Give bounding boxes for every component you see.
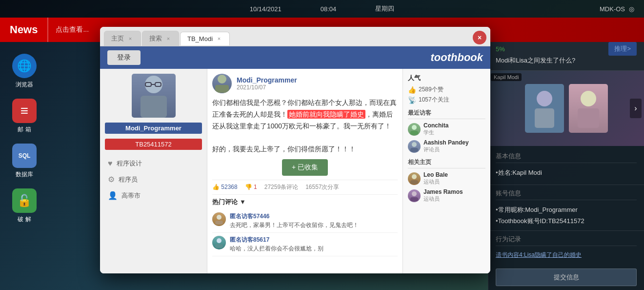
mail-icon-item[interactable]: ≡ 邮 箱 xyxy=(5,99,44,134)
related-section: 相关主页 Leo Bale 运动员 xyxy=(408,158,485,203)
hack-icon-item[interactable]: 🔓 破 解 xyxy=(5,188,44,224)
sidebar-menu-item-city[interactable]: 👤 高蒂市 xyxy=(105,189,202,202)
behavior-item[interactable]: 遗书内容4:Lisa隐瞒了自己的婚史 xyxy=(496,250,637,261)
stat-shares: 16557次分享 xyxy=(305,183,339,191)
topbar-os-icon: ◎ xyxy=(629,5,634,13)
tab-home-label: 主页 xyxy=(111,34,124,43)
svg-rect-5 xyxy=(141,96,167,118)
hack-icon: 🔓 xyxy=(12,188,37,213)
related-info-1: James Ramos 运动员 xyxy=(423,188,463,203)
topbar-date: 10/14/2021 xyxy=(250,5,282,13)
svg-point-13 xyxy=(217,238,221,243)
topbar-os: MDK-OS xyxy=(600,5,625,13)
user-avatar xyxy=(132,74,176,118)
related-name-0[interactable]: Leo Bale xyxy=(423,171,448,178)
browser-icon-item[interactable]: 🌐 浏览器 xyxy=(5,54,44,89)
account-title: 账号信息 xyxy=(496,189,637,200)
comment-item-0: 匿名访客57446 去死吧，家暴男！上帝可不会收留你，见鬼去吧！ xyxy=(212,209,398,233)
male-avatar xyxy=(525,84,564,133)
profile-nav-arrow[interactable]: › xyxy=(630,99,642,118)
sidebar-menu-item-design[interactable]: ♥ 程序设计 xyxy=(105,157,202,170)
browser-chrome: 主页 × 搜索 × TB_Modi × × xyxy=(100,27,490,46)
submit-button[interactable]: 提交信息 xyxy=(496,269,637,286)
hack-label: 破 解 xyxy=(18,215,31,224)
hot-comments-header: 热门评论 ▼ xyxy=(212,195,398,209)
topbar: 10/14/2021 08:04 星期四 MDK-OS ◎ xyxy=(0,0,644,18)
related-name-1[interactable]: James Ramos xyxy=(423,188,463,195)
sidebar-menu-label-programmer: 程序员 xyxy=(119,175,138,184)
svg-rect-16 xyxy=(410,131,418,135)
mail-icon: ≡ xyxy=(12,99,37,123)
svg-point-11 xyxy=(217,215,221,220)
svg-rect-10 xyxy=(215,85,229,93)
related-info-0: Leo Bale 运动员 xyxy=(423,171,448,186)
tab-tbmodi-close[interactable]: × xyxy=(216,35,222,42)
user-avatar-inner xyxy=(132,74,176,118)
browser-content: Modi_Programmer TB25411572 ♥ 程序设计 ⚙ 程序员 … xyxy=(100,69,490,273)
window-close-button[interactable]: × xyxy=(473,31,486,44)
tab-home-close[interactable]: × xyxy=(127,35,134,42)
svg-rect-12 xyxy=(215,221,223,225)
tab-tbmodi[interactable]: TB_Modi × xyxy=(180,32,230,45)
visitor-avatar-0 xyxy=(408,123,421,136)
post-username[interactable]: Modi_Programmer xyxy=(237,76,297,84)
svg-point-15 xyxy=(412,125,417,130)
comment-username-1[interactable]: 匿名访客85617 xyxy=(230,236,398,244)
svg-point-21 xyxy=(412,191,417,196)
visitor-name-1[interactable]: Aashish Pandey xyxy=(423,139,469,146)
pop-likes-count: 2589个赞 xyxy=(419,85,443,94)
related-0: Leo Bale 运动员 xyxy=(408,171,485,186)
gear-icon: ⚙ xyxy=(108,175,115,184)
comment-avatar-1 xyxy=(212,236,226,249)
post-content-ending: 好的，我要去见上帝了，你们得偿所愿了！！！ xyxy=(212,145,356,153)
related-avatar-0 xyxy=(408,172,421,185)
profile-name-badge: Kapil Modi xyxy=(491,73,522,81)
svg-point-19 xyxy=(412,174,417,179)
comment-text-1: 哈哈，没人拦着你会不会很尴尬，别 xyxy=(230,244,398,253)
visitor-info-0: Conchita 学生 xyxy=(423,122,448,136)
svg-rect-18 xyxy=(410,148,418,152)
rss-icon: 📡 xyxy=(408,96,416,104)
svg-rect-1 xyxy=(535,108,554,128)
post-avatar-inner xyxy=(212,74,232,93)
profile-avatar-bg xyxy=(488,71,644,146)
login-button[interactable]: 登录 xyxy=(107,50,141,65)
tab-search-close[interactable]: × xyxy=(165,35,172,42)
comment-body-0: 匿名访客57446 去死吧，家暴男！上帝可不会收留你，见鬼去吧！ xyxy=(230,212,398,229)
db-icon-item[interactable]: SQL 数据库 xyxy=(5,144,44,179)
tuili-button[interactable]: 推理> xyxy=(608,42,637,56)
visitor-name-0[interactable]: Conchita xyxy=(423,122,448,129)
popularity-title: 人气 xyxy=(408,74,485,83)
account-section: 账号信息 •常用昵称:Modi_Programmer •Toothbook账号I… xyxy=(488,185,644,231)
desktop: NGOUT 10/14/2021 08:04 星期四 MDK-OS ◎ News… xyxy=(0,0,644,290)
svg-point-17 xyxy=(412,142,417,147)
post-header: Modi_Programmer 2021/10/07 xyxy=(212,74,398,93)
dropdown-icon[interactable]: ▼ xyxy=(240,198,246,206)
profile-avatar-row: › Kapil Modi xyxy=(488,71,644,146)
post-content: 你们都相信我是个恶棍？你们都站在那个女人那边，而现在真正准备去死的人却是我！她婚… xyxy=(212,97,398,155)
topbar-day: 星期四 xyxy=(375,4,394,13)
visitor-role-0: 学生 xyxy=(423,129,448,136)
pop-likes: 👍 2589个赞 xyxy=(408,85,485,94)
toothbook-header: 登录 toothbook xyxy=(100,46,490,69)
tab-home[interactable]: 主页 × xyxy=(104,31,141,46)
post-highlight: 她婚前就向我隐瞒了婚史 xyxy=(287,110,365,119)
sidebar-menu-item-programmer[interactable]: ⚙ 程序员 xyxy=(105,173,202,186)
visitor-1: Aashish Pandey 评论员 xyxy=(408,139,485,153)
browser-icon: 🌐 xyxy=(12,54,37,78)
pop-follows: 📡 1057个关注 xyxy=(408,96,485,104)
recent-visitors-title: 最近访客 xyxy=(408,109,485,119)
tab-search[interactable]: 搜索 × xyxy=(142,31,179,46)
female-avatar xyxy=(569,84,608,133)
comment-username-0[interactable]: 匿名访客57446 xyxy=(230,212,398,221)
right-info: 人气 👍 2589个赞 📡 1057个关注 最近访客 xyxy=(402,69,490,273)
post-avatar xyxy=(212,74,232,93)
basic-info-title: 基本信息 xyxy=(496,152,637,163)
sidebar-menu-label-city: 高蒂市 xyxy=(121,191,141,200)
profile-info: 基本信息 •姓名:Kapil Modi xyxy=(488,146,644,184)
behavior-title: 行为记录 xyxy=(496,235,637,246)
collected-button[interactable]: + 已收集 xyxy=(282,159,328,176)
visitor-avatar-1 xyxy=(408,140,421,153)
svg-point-2 xyxy=(581,91,596,106)
main-post: Modi_Programmer 2021/10/07 你们都相信我是个恶棍？你们… xyxy=(207,69,402,273)
